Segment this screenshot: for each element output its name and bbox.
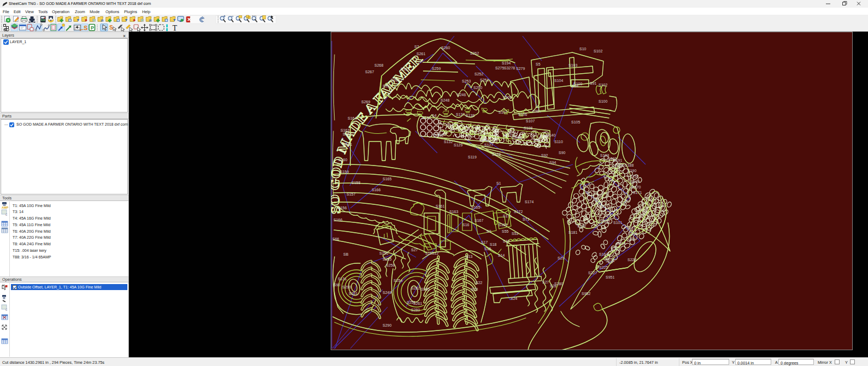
svg-text:S91: S91 <box>590 81 597 85</box>
svg-text:S215: S215 <box>611 247 620 251</box>
svg-text:S167: S167 <box>599 252 608 256</box>
svg-text:S181: S181 <box>568 231 577 234</box>
svg-text:S163: S163 <box>341 128 349 132</box>
svg-text:SB: SB <box>343 252 349 256</box>
svg-text:S290: S290 <box>383 323 391 327</box>
svg-text:S28: S28 <box>550 284 557 288</box>
svg-text:S19: S19 <box>503 239 510 243</box>
svg-text:S209: S209 <box>626 237 635 241</box>
svg-text:S167: S167 <box>474 219 483 222</box>
svg-text:S102: S102 <box>594 49 602 53</box>
svg-text:S182: S182 <box>577 224 586 228</box>
svg-text:S228: S228 <box>627 258 636 262</box>
svg-text:S165: S165 <box>471 205 480 209</box>
svg-text:S27: S27 <box>542 280 549 284</box>
svg-text:S156: S156 <box>338 206 347 210</box>
svg-text:S253: S253 <box>462 79 471 83</box>
svg-text:S194: S194 <box>502 61 511 65</box>
svg-text:S94: S94 <box>572 84 579 88</box>
svg-text:S214: S214 <box>617 241 625 245</box>
svg-text:S105: S105 <box>571 120 580 124</box>
svg-text:S023: S023 <box>626 226 635 230</box>
svg-text:S266: S266 <box>383 84 391 88</box>
svg-text:S138: S138 <box>466 114 474 117</box>
svg-text:S119: S119 <box>468 155 477 159</box>
svg-text:S90: S90 <box>559 151 566 155</box>
svg-text:c: c <box>5 212 8 216</box>
svg-text:S106: S106 <box>518 113 527 116</box>
svg-text:S261: S261 <box>417 52 425 56</box>
svg-text:S262: S262 <box>411 286 420 290</box>
svg-text:S137: S137 <box>456 113 465 116</box>
svg-text:S16: S16 <box>484 247 491 251</box>
svg-text:P: P <box>91 25 94 31</box>
svg-text:S285: S285 <box>421 287 430 291</box>
svg-text:S152: S152 <box>601 220 610 223</box>
svg-text:S260: S260 <box>441 46 450 50</box>
svg-text:S161: S161 <box>436 204 444 208</box>
svg-text:S73: S73 <box>523 217 530 221</box>
svg-text:S250: S250 <box>473 86 482 90</box>
svg-text:S275: S275 <box>495 66 504 70</box>
svg-text:S94: S94 <box>549 161 556 164</box>
svg-text:S140: S140 <box>547 133 555 137</box>
svg-text:S166: S166 <box>333 218 342 222</box>
svg-text:S90: S90 <box>333 283 341 287</box>
svg-text:S171: S171 <box>633 191 642 194</box>
svg-text:S102: S102 <box>599 83 607 87</box>
svg-text:S162: S162 <box>343 132 351 136</box>
svg-text:S952: S952 <box>582 292 590 296</box>
svg-text:S267: S267 <box>365 70 374 74</box>
svg-text:S141: S141 <box>422 116 431 120</box>
svg-text:S5: S5 <box>536 62 541 66</box>
svg-text:S171: S171 <box>503 214 512 218</box>
svg-text:S22: S22 <box>476 281 483 285</box>
svg-text:S131: S131 <box>338 277 347 281</box>
svg-text:S9: S9 <box>486 229 491 233</box>
svg-text:S128: S128 <box>479 138 488 141</box>
svg-text:c: c <box>5 308 8 311</box>
svg-text:S23: S23 <box>471 287 478 291</box>
svg-text:S249: S249 <box>383 291 391 294</box>
svg-text:S164: S164 <box>348 116 356 120</box>
svg-text:S188: S188 <box>625 163 634 167</box>
svg-text:S13: S13 <box>466 255 473 258</box>
svg-text:S261: S261 <box>413 302 422 305</box>
svg-text:S163: S163 <box>449 210 458 214</box>
svg-text:S160: S160 <box>338 158 347 162</box>
svg-text:S108: S108 <box>524 126 532 130</box>
svg-text:S155: S155 <box>615 163 624 167</box>
svg-text:AMP: AMP <box>2 206 9 209</box>
svg-text:S204: S204 <box>629 232 637 235</box>
svg-text:S165: S165 <box>383 177 391 181</box>
svg-text:S290: S290 <box>342 285 351 289</box>
svg-text:S172: S172 <box>514 210 523 214</box>
svg-text:S246: S246 <box>457 93 466 97</box>
svg-text:S18: S18 <box>490 243 497 246</box>
svg-text:.S: .S <box>82 25 87 31</box>
svg-text:S269: S269 <box>361 100 370 104</box>
svg-text:S157: S157 <box>347 192 355 196</box>
svg-text:S264: S264 <box>391 78 400 82</box>
svg-text:S17: S17 <box>481 240 488 244</box>
svg-text:S4: S4 <box>432 114 437 117</box>
svg-text:S135: S135 <box>435 133 443 137</box>
svg-text:S122: S122 <box>505 133 514 137</box>
svg-text:S104: S104 <box>554 79 563 82</box>
svg-text:S158: S158 <box>630 174 638 178</box>
svg-text:S227: S227 <box>588 271 597 275</box>
svg-text:S248: S248 <box>441 98 449 102</box>
svg-text:S92: S92 <box>541 154 548 157</box>
svg-text:S251: S251 <box>480 78 489 82</box>
svg-text:S174: S174 <box>525 200 533 204</box>
svg-text:S14: S14 <box>498 253 505 257</box>
svg-text:S259: S259 <box>432 67 441 70</box>
svg-text:S66: S66 <box>332 237 339 241</box>
svg-text:S280: S280 <box>411 308 420 312</box>
svg-text:S53: S53 <box>512 232 519 235</box>
svg-text:S: S <box>109 25 113 31</box>
svg-text:S107: S107 <box>498 110 507 114</box>
svg-text:S24: S24 <box>511 297 518 300</box>
svg-text:S105: S105 <box>503 96 512 99</box>
svg-text:S1: S1 <box>496 181 501 185</box>
